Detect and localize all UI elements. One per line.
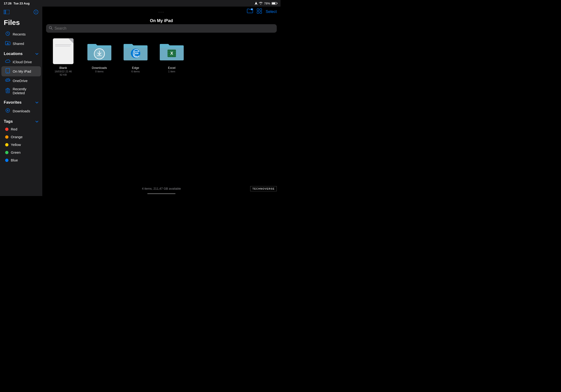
sidebar-item-downloads[interactable]: Downloads [1, 106, 41, 116]
svg-text:···: ··· [35, 9, 37, 11]
status-date: Tue 23 Aug [13, 2, 30, 5]
svg-line-25 [52, 29, 53, 30]
svg-rect-21 [260, 9, 262, 11]
svg-line-8 [8, 34, 9, 34]
ipad-icon [5, 68, 10, 75]
sidebar-item-recents[interactable]: Recents [1, 29, 41, 39]
sidebar-item-recents-label: Recents [13, 32, 26, 36]
locations-label: Locations [4, 52, 22, 56]
sidebar-more-icon[interactable]: ··· [33, 9, 39, 16]
downloads-folder-meta: 0 items [95, 70, 103, 73]
file-item-edge[interactable]: Edge 6 items [120, 38, 151, 76]
yellow-dot [5, 143, 9, 146]
toolbar-dots: ··· [158, 9, 164, 15]
sidebar-item-icloud[interactable]: iCloud Drive [1, 58, 41, 66]
sidebar-toggle-icon[interactable] [4, 10, 9, 15]
svg-rect-20 [257, 9, 259, 11]
icloud-icon [5, 59, 10, 64]
tag-blue-label: Blue [11, 158, 18, 162]
excel-folder-icon-container: X [159, 38, 185, 64]
search-icon [49, 26, 53, 31]
tags-chevron [35, 120, 39, 123]
file-grid: Blank 16/03/22 22.46 92 KB [42, 36, 280, 185]
onedrive-icon [5, 78, 10, 83]
sidebar-item-downloads-label: Downloads [13, 109, 30, 113]
svg-point-28 [131, 49, 140, 58]
toolbar-right: Select [247, 9, 277, 15]
sidebar-item-onedrive-label: OneDrive [13, 79, 27, 83]
tags-label: Tags [4, 119, 13, 124]
sidebar-item-recently-deleted[interactable]: Recently Deleted [1, 85, 41, 97]
sidebar-item-tag-green[interactable]: Green [1, 149, 41, 156]
downloads-folder-icon-container [86, 38, 112, 64]
battery-icon [271, 2, 277, 5]
home-indicator [42, 192, 280, 196]
sidebar-item-tag-red[interactable]: Red [1, 125, 41, 133]
technoverse-label: TECHNOVERSE [252, 187, 275, 190]
sidebar-favorites-header[interactable]: Favorites [0, 97, 42, 106]
sidebar: ··· Files Recents [0, 7, 42, 196]
bottom-bar: 4 items, 211,47 GB available TECHNOVERSE [42, 185, 280, 192]
sidebar-item-icloud-label: iCloud Drive [13, 60, 32, 64]
sidebar-item-ipad-label: On My iPad [13, 69, 31, 73]
downloads-folder-svg [86, 41, 112, 62]
excel-folder-svg: X [159, 41, 185, 62]
sidebar-item-shared[interactable]: Shared [1, 39, 41, 48]
sidebar-item-tag-blue[interactable]: Blue [1, 156, 41, 164]
orange-dot [5, 135, 9, 139]
blank-file-meta1: 16/03/22 22.46 [54, 70, 72, 73]
clock-icon [5, 31, 10, 37]
sidebar-item-shared-label: Shared [13, 42, 24, 46]
blank-file-icon-container [50, 38, 76, 64]
status-indicators: 78% [255, 2, 277, 5]
technoverse-badge: TECHNOVERSE [250, 186, 277, 191]
edge-folder-svg [123, 41, 149, 62]
main-title-area: On My iPad [42, 17, 280, 24]
main-title: On My iPad [42, 18, 280, 23]
file-item-blank[interactable]: Blank 16/03/22 22.46 92 KB [48, 38, 78, 76]
svg-text:X: X [170, 51, 173, 56]
sidebar-item-tag-orange[interactable]: Orange [1, 133, 41, 141]
file-item-downloads[interactable]: Downloads 0 items [84, 38, 115, 76]
shared-folder-icon [5, 41, 10, 46]
file-item-excel[interactable]: X Excel 1 item [156, 38, 187, 76]
svg-rect-1 [4, 10, 6, 14]
favorites-chevron [35, 101, 39, 104]
sidebar-locations-header[interactable]: Locations [0, 48, 42, 58]
blank-file-meta2: 92 KB [60, 73, 67, 76]
locations-chevron [35, 52, 39, 56]
downloads-folder-name: Downloads [92, 66, 107, 70]
battery-percent: 78% [264, 2, 270, 5]
red-dot [5, 128, 9, 131]
edge-folder-name: Edge [132, 66, 139, 70]
svg-rect-23 [260, 11, 262, 13]
navigation-icon [255, 2, 258, 5]
favorites-label: Favorites [4, 100, 22, 105]
grid-view-icon[interactable] [257, 9, 262, 15]
sidebar-item-onedrive[interactable]: OneDrive [1, 76, 41, 85]
sidebar-item-tag-yellow[interactable]: Yellow [1, 141, 41, 149]
trash-icon [5, 88, 10, 94]
search-bar[interactable] [46, 24, 277, 33]
new-folder-icon[interactable] [247, 9, 253, 15]
status-bar: 17:26 Tue 23 Aug 78% [0, 0, 280, 7]
excel-folder-meta: 1 item [168, 70, 175, 73]
app-container: ··· Files Recents [0, 7, 280, 196]
sidebar-item-ipad[interactable]: On My iPad [1, 66, 41, 76]
tag-green-label: Green [11, 150, 21, 154]
download-icon [5, 108, 10, 114]
svg-rect-22 [257, 11, 259, 13]
tag-yellow-label: Yellow [11, 143, 21, 147]
sidebar-title: Files [0, 18, 42, 29]
status-time-date: 17:26 Tue 23 Aug [4, 2, 30, 5]
storage-status: 4 items, 211,47 GB available [142, 187, 181, 190]
main-toolbar: ··· [42, 7, 280, 17]
svg-point-4 [35, 11, 36, 12]
edge-folder-icon-container [123, 38, 149, 64]
svg-point-11 [8, 72, 8, 73]
sidebar-tags-header[interactable]: Tags [0, 116, 42, 125]
sidebar-item-recently-deleted-label: Recently Deleted [13, 87, 37, 95]
select-button[interactable]: Select [266, 9, 277, 14]
tag-orange-label: Orange [11, 135, 22, 139]
search-input[interactable] [54, 26, 274, 31]
